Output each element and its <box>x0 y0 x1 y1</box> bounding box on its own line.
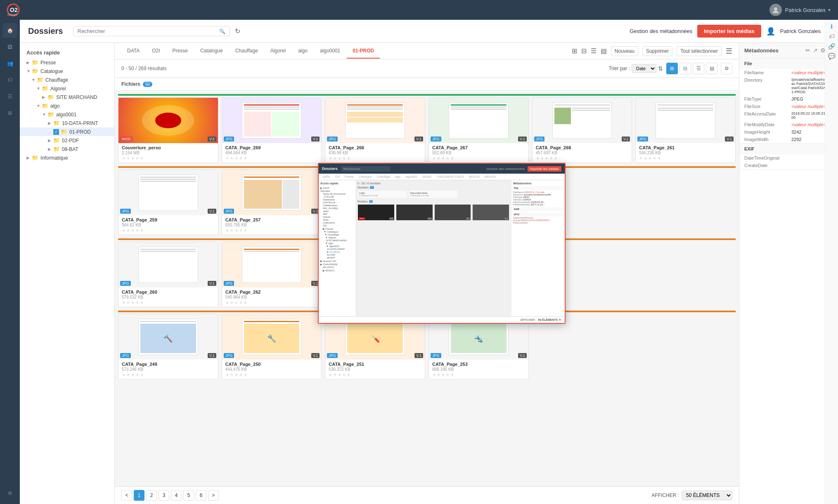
grid-item[interactable]: V.1 JPG CATA_Page_267 552.69 KB ★★★★★ <box>428 97 529 163</box>
tree-item-algo0001[interactable]: ▼ 📁 algo0001 <box>20 110 114 119</box>
sidebar-settings-icon[interactable]: ⚙ <box>2 486 17 501</box>
import-button[interactable]: Importer les médias <box>697 25 761 38</box>
app-logo[interactable]: O2 Groupe <box>7 2 26 17</box>
tree-arrow: ▼ <box>31 78 36 82</box>
page-btn-4[interactable]: 4 <box>171 490 182 501</box>
tree-item-chauffage[interactable]: ▼ 📁 Chauffage <box>20 75 114 84</box>
user-avatar[interactable] <box>769 4 782 16</box>
tree-item-algo[interactable]: ▼ 📁 algo <box>20 101 114 110</box>
meta-key: FileName <box>744 70 790 75</box>
grid-item[interactable]: V.1 JPG CATA_Page_269 494.064 KB ★★★★★ <box>222 97 322 163</box>
item-stars: ★ ★ ★ ★ ★ <box>122 156 215 160</box>
delete-button[interactable]: Supprimer <box>642 46 672 56</box>
svg-text:O2: O2 <box>10 7 18 13</box>
grid-small-view-btn[interactable]: ⊟ <box>679 63 691 74</box>
list-view-icon[interactable]: ☰ <box>591 47 597 55</box>
star: ★ <box>446 156 450 160</box>
grid-item[interactable]: V.1 JPG CATA_Page_266 430.99 KB ★★★★★ <box>325 97 425 163</box>
sidebar-image-icon[interactable]: 🖼 <box>2 40 17 54</box>
tab-algo[interactable]: algo <box>292 44 313 59</box>
metadata-exif-section: EXIF ▼ DateTimeOriginal CreateDate <box>739 144 838 170</box>
metadata-link[interactable]: Gestion des métadonnées <box>630 28 692 34</box>
grid-item[interactable]: V.1 JPG CATA_Page_259 564.62 KB ★★★★★ <box>118 170 218 235</box>
tree-item-catalogue[interactable]: ▼ 📁 Catalogue <box>20 67 114 75</box>
sidebar-people-icon[interactable]: 👥 <box>2 56 17 71</box>
meta-row-imageheight: ImageHeight 3242 <box>739 128 838 136</box>
select-all-button[interactable]: Tout sélectionner <box>677 46 722 56</box>
item-info: CATA_Page_250 443.475 KB ★★★★★ <box>222 360 322 379</box>
tree-item-02-pdf[interactable]: ▶ 📁 02-PDF <box>20 136 114 145</box>
item-stars: ★★★★★ <box>639 156 732 160</box>
prev-page-button[interactable]: < <box>121 490 132 501</box>
page-btn-3[interactable]: 3 <box>159 490 169 501</box>
tree-item-10-data-print[interactable]: ▶ 📁 10-DATA-PRINT <box>20 119 114 127</box>
tab-chauffage[interactable]: Chauffage <box>230 44 264 59</box>
star: ★ <box>122 372 125 377</box>
search-input[interactable] <box>78 28 218 34</box>
more-options-icon[interactable]: ☰ <box>726 47 732 56</box>
star-1: ★ <box>122 156 125 160</box>
tree-item-site-marchand[interactable]: ▶ 📁 SITE MARCHAND <box>20 93 114 101</box>
panel-comment-icon[interactable]: 💬 <box>828 53 835 59</box>
item-stars: ★★★★★ <box>536 156 629 160</box>
tree-item-informatique[interactable]: ▶ 📁 Informatique <box>20 153 114 162</box>
tree-item-presse[interactable]: ▶ 📁 Presse <box>20 58 114 67</box>
grid-item[interactable]: V.1 JPG CATA_Page_261 556.236 KB ★★★★★ <box>635 97 736 163</box>
grid-item[interactable]: V.2 INDD Couverture_perso 2.154 MB ★ ★ ★… <box>118 97 218 163</box>
type-badge: JPG <box>637 137 648 141</box>
star: ★ <box>347 156 350 160</box>
page-btn-5[interactable]: 5 <box>183 490 194 501</box>
grid-item[interactable]: V.1 JPG CATA_Page_260 579.532 KB ★★★★★ <box>118 242 218 307</box>
grid-view-medium-icon[interactable]: ⊟ <box>581 47 587 55</box>
sidebar-list-icon[interactable]: ☰ <box>2 89 17 104</box>
grid-item[interactable]: 🔧 V.1 JPG CATA_Page_250 443.475 KB ★★★★★ <box>222 314 322 379</box>
detail-view-icon[interactable]: ▤ <box>601 47 607 55</box>
sidebar-home-icon[interactable]: 🏠 <box>2 23 17 38</box>
tab-01prod[interactable]: 01-PROD <box>347 44 380 59</box>
sidebar-grid-icon[interactable]: ⊞ <box>2 106 17 120</box>
list-view-btn[interactable]: ☰ <box>693 63 704 74</box>
tree-item-01-prod[interactable]: ✓ 📁 01-PROD <box>20 127 114 136</box>
tree-item-08-bat[interactable]: ▶ 📁 08-BAT <box>20 145 114 153</box>
file-section-header[interactable]: File ▼ <box>739 58 838 69</box>
grid-large-view-btn[interactable]: ⊞ <box>666 63 678 74</box>
exif-section-header[interactable]: EXIF ▼ <box>739 144 838 154</box>
per-page-select[interactable]: 50 ÉLÉMENTS 25 ÉLÉMENTS 100 ÉLÉMENTS <box>682 490 732 500</box>
tab-data[interactable]: DATA <box>121 44 145 59</box>
sort-select[interactable]: Date Nom Taille <box>632 64 656 73</box>
grid-item[interactable]: V.1 JPG CATA_Page_268 457.697 KB ★★★★★ <box>532 97 632 163</box>
item-stars: ★★★★★ <box>432 156 525 160</box>
settings-button[interactable]: ⚙ <box>721 63 732 74</box>
grid-view-large-icon[interactable]: ⊞ <box>572 47 577 55</box>
item-info: Couverture_perso 2.154 MB ★ ★ ★ ★ ★ <box>118 143 218 163</box>
grid-item[interactable]: V.1 JPG CATA_Page_262 540.964 KB ★★★★★ <box>222 242 322 307</box>
page-btn-1[interactable]: 1 <box>134 490 144 501</box>
user-menu-chevron[interactable]: ▼ <box>827 8 831 12</box>
detail-view-btn[interactable]: ▤ <box>706 63 717 74</box>
page-btn-2[interactable]: 2 <box>146 490 157 501</box>
tab-catalogue[interactable]: Catalogue <box>194 44 229 59</box>
export-icon[interactable]: ↗ <box>813 47 818 54</box>
tab-presse[interactable]: Presse <box>167 44 194 59</box>
new-button[interactable]: Nouveau <box>611 46 638 56</box>
sidebar-tag-icon[interactable]: 🏷 <box>2 73 17 87</box>
page-btn-6[interactable]: 6 <box>196 490 206 501</box>
tree-checkbox[interactable]: ✓ <box>53 129 59 135</box>
sort-direction-icon[interactable]: ⇅ <box>658 65 663 72</box>
tab-algo0001[interactable]: algo0001 <box>314 44 346 59</box>
star: ★ <box>549 156 553 160</box>
edit-icon[interactable]: ✏ <box>805 47 810 54</box>
tree-arrow: ▶ <box>48 121 52 125</box>
header-user-icon[interactable]: 👤 <box>766 27 775 36</box>
tab-o2i[interactable]: O2I <box>146 44 166 59</box>
grid-item[interactable]: V.1 JPG CATA_Page_257 650.785 KB ★★★★★ <box>222 170 322 235</box>
tree-item-algorel[interactable]: ▼ 📁 Algorel <box>20 84 114 93</box>
star: ★ <box>126 228 130 233</box>
grid-item[interactable]: 🔨 V.1 JPG CATA_Page_249 573.246 KB ★★★★★ <box>118 314 218 379</box>
next-page-button[interactable]: > <box>208 490 219 501</box>
panel-link-icon[interactable]: 🔗 <box>828 43 835 49</box>
item-name: Couverture_perso <box>122 145 215 150</box>
results-count: 0 - 50 / 269 résultats <box>121 66 166 71</box>
refresh-button[interactable]: ↻ <box>235 27 240 35</box>
tab-algorel[interactable]: Algorel <box>265 44 291 59</box>
